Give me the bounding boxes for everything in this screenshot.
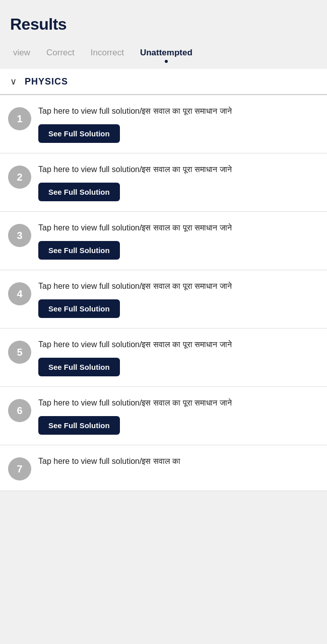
page-container: Results view Correct Incorrect Unattempt…: [0, 0, 327, 491]
tab-review[interactable]: view: [5, 42, 38, 64]
question-content: Tap here to view full solution/इस सवाल क…: [38, 164, 319, 201]
question-number-badge: 4: [8, 282, 31, 305]
question-text: Tap here to view full solution/इस सवाल क…: [38, 222, 319, 234]
question-number-badge: 3: [8, 224, 31, 247]
chevron-down-icon: ∨: [10, 76, 17, 87]
question-content: Tap here to view full solution/इस सवाल क…: [38, 280, 319, 318]
tab-incorrect[interactable]: Incorrect: [83, 42, 132, 64]
section-header[interactable]: ∨ PHYSICS: [0, 69, 327, 95]
question-content: Tap here to view full solution/इस सवाल क…: [38, 397, 319, 435]
question-text: Tap here to view full solution/इस सवाल क…: [38, 280, 319, 292]
see-solution-button[interactable]: See Full Solution: [38, 358, 120, 376]
list-item: 1 Tap here to view full solution/इस सवाल…: [0, 95, 327, 153]
question-number-badge: 2: [8, 166, 31, 189]
question-number-badge: 7: [8, 457, 31, 480]
question-text: Tap here to view full solution/इस सवाल क…: [38, 455, 319, 467]
question-number-badge: 1: [8, 107, 31, 130]
tabs-container: view Correct Incorrect Unattempted: [0, 42, 327, 64]
question-text: Tap here to view full solution/इस सवाल क…: [38, 339, 319, 351]
list-item: 3 Tap here to view full solution/इस सवाल…: [0, 212, 327, 270]
list-item: 6 Tap here to view full solution/इस सवाल…: [0, 387, 327, 445]
header: Results: [0, 10, 327, 42]
question-content: Tap here to view full solution/इस सवाल क…: [38, 455, 319, 467]
see-solution-button[interactable]: See Full Solution: [38, 124, 120, 143]
question-content: Tap here to view full solution/इस सवाल क…: [38, 222, 319, 260]
question-number-badge: 5: [8, 341, 31, 364]
page-title: Results: [10, 15, 317, 34]
list-item: 4 Tap here to view full solution/इस सवाल…: [0, 270, 327, 329]
question-number-badge: 6: [8, 399, 31, 422]
see-solution-button[interactable]: See Full Solution: [38, 416, 120, 435]
see-solution-button[interactable]: See Full Solution: [38, 299, 120, 318]
list-item: 2 Tap here to view full solution/इस सवाल…: [0, 153, 327, 212]
question-content: Tap here to view full solution/इस सवाल क…: [38, 339, 319, 376]
question-text: Tap here to view full solution/इस सवाल क…: [38, 164, 319, 176]
see-solution-button[interactable]: See Full Solution: [38, 241, 120, 260]
question-content: Tap here to view full solution/इस सवाल क…: [38, 105, 319, 143]
list-item: 5 Tap here to view full solution/इस सवाल…: [0, 329, 327, 387]
tab-correct[interactable]: Correct: [38, 42, 83, 64]
question-text: Tap here to view full solution/इस सवाल क…: [38, 397, 319, 409]
see-solution-button[interactable]: See Full Solution: [38, 183, 120, 201]
question-text: Tap here to view full solution/इस सवाल क…: [38, 105, 319, 117]
section-title: PHYSICS: [25, 76, 68, 87]
questions-list: 1 Tap here to view full solution/इस सवाल…: [0, 95, 327, 491]
list-item: 7 Tap here to view full solution/इस सवाल…: [0, 445, 327, 491]
tab-unattempted[interactable]: Unattempted: [132, 42, 201, 64]
